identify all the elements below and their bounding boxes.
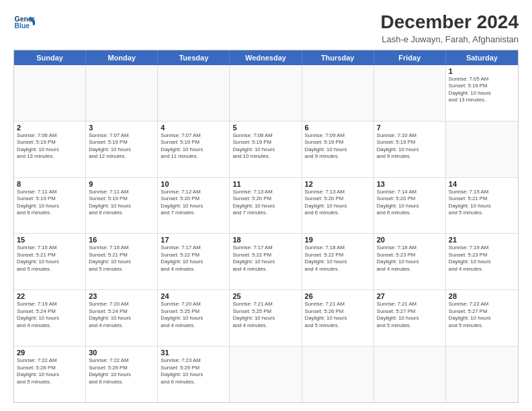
calendar-header: SundayMondayTuesdayWednesdayThursdayFrid… <box>14 50 518 65</box>
day-info: Sunrise: 7:17 AMSunset: 5:22 PMDaylight:… <box>161 244 226 273</box>
calendar-cell-8: 8Sunrise: 7:11 AMSunset: 5:19 PMDaylight… <box>14 178 86 234</box>
day-info: Sunrise: 7:11 AMSunset: 5:19 PMDaylight:… <box>17 189 83 217</box>
day-info: Sunrise: 7:13 AMSunset: 5:20 PMDaylight:… <box>305 189 371 217</box>
calendar-cell-23: 23Sunrise: 7:20 AMSunset: 5:24 PMDayligh… <box>86 290 158 346</box>
day-info: Sunrise: 7:21 AMSunset: 5:25 PMDaylight:… <box>232 301 298 329</box>
calendar-cell-21: 21Sunrise: 7:19 AMSunset: 5:23 PMDayligh… <box>446 234 518 289</box>
day-info: Sunrise: 7:06 AMSunset: 5:19 PMDaylight:… <box>17 132 83 161</box>
calendar-cell-1: 1Sunrise: 7:05 AMSunset: 5:19 PMDaylight… <box>446 65 518 121</box>
day-info: Sunrise: 7:21 AMSunset: 5:27 PMDaylight:… <box>377 301 443 329</box>
svg-text:Blue: Blue <box>15 22 30 30</box>
day-info: Sunrise: 7:22 AMSunset: 5:27 PMDaylight:… <box>449 301 515 329</box>
day-number: 3 <box>89 124 154 132</box>
day-number: 19 <box>305 236 371 244</box>
day-number: 10 <box>161 180 226 188</box>
day-number: 9 <box>89 180 154 188</box>
day-info: Sunrise: 7:10 AMSunset: 5:19 PMDaylight:… <box>377 132 443 161</box>
day-info: Sunrise: 7:15 AMSunset: 5:21 PMDaylight:… <box>449 189 515 217</box>
calendar-cell-empty <box>86 65 158 121</box>
calendar-cell-12: 12Sunrise: 7:13 AMSunset: 5:20 PMDayligh… <box>302 178 374 234</box>
calendar-cell-24: 24Sunrise: 7:20 AMSunset: 5:25 PMDayligh… <box>158 290 230 346</box>
day-info: Sunrise: 7:07 AMSunset: 5:19 PMDaylight:… <box>89 132 154 161</box>
day-number: 18 <box>232 236 298 244</box>
calendar-cell-28: 28Sunrise: 7:22 AMSunset: 5:27 PMDayligh… <box>446 290 518 346</box>
day-info: Sunrise: 7:08 AMSunset: 5:19 PMDaylight:… <box>232 132 298 161</box>
calendar-cell-7: 7Sunrise: 7:10 AMSunset: 5:19 PMDaylight… <box>374 122 446 177</box>
calendar-cell-19: 19Sunrise: 7:18 AMSunset: 5:22 PMDayligh… <box>302 234 374 289</box>
day-info: Sunrise: 7:16 AMSunset: 5:21 PMDaylight:… <box>89 244 154 273</box>
header: General Blue December 2024 Lash-e Juwayn… <box>13 12 519 44</box>
day-number: 15 <box>17 236 83 244</box>
calendar-cell-17: 17Sunrise: 7:17 AMSunset: 5:22 PMDayligh… <box>158 234 230 289</box>
day-info: Sunrise: 7:20 AMSunset: 5:24 PMDaylight:… <box>89 301 154 329</box>
day-number: 6 <box>305 124 371 132</box>
calendar-cell-empty <box>230 347 302 402</box>
calendar-cell-10: 10Sunrise: 7:12 AMSunset: 5:20 PMDayligh… <box>158 178 230 234</box>
day-info: Sunrise: 7:18 AMSunset: 5:23 PMDaylight:… <box>377 244 443 273</box>
weekday-header-friday: Friday <box>374 50 446 65</box>
calendar-cell-4: 4Sunrise: 7:07 AMSunset: 5:19 PMDaylight… <box>158 122 230 177</box>
day-number: 31 <box>161 349 226 357</box>
title-block: December 2024 Lash-e Juwayn, Farah, Afgh… <box>381 12 519 44</box>
calendar-cell-9: 9Sunrise: 7:11 AMSunset: 5:19 PMDaylight… <box>86 178 158 234</box>
weekday-header-saturday: Saturday <box>446 50 518 65</box>
day-info: Sunrise: 7:22 AMSunset: 5:29 PMDaylight:… <box>89 357 154 385</box>
day-info: Sunrise: 7:17 AMSunset: 5:22 PMDaylight:… <box>232 244 298 273</box>
day-info: Sunrise: 7:05 AMSunset: 5:19 PMDaylight:… <box>449 76 515 104</box>
day-number: 4 <box>161 124 226 132</box>
day-number: 27 <box>377 292 443 300</box>
weekday-header-tuesday: Tuesday <box>158 50 230 65</box>
calendar-cell-20: 20Sunrise: 7:18 AMSunset: 5:23 PMDayligh… <box>374 234 446 289</box>
day-info: Sunrise: 7:15 AMSunset: 5:21 PMDaylight:… <box>17 244 83 273</box>
calendar-cell-14: 14Sunrise: 7:15 AMSunset: 5:21 PMDayligh… <box>446 178 518 234</box>
day-number: 25 <box>232 292 298 300</box>
day-number: 1 <box>449 67 515 75</box>
weekday-header-monday: Monday <box>86 50 158 65</box>
calendar-cell-empty <box>230 65 302 121</box>
day-number: 16 <box>89 236 154 244</box>
calendar-cell-empty <box>302 347 374 402</box>
day-info: Sunrise: 7:18 AMSunset: 5:22 PMDaylight:… <box>305 244 371 273</box>
day-number: 23 <box>89 292 154 300</box>
calendar-cell-empty <box>446 347 518 402</box>
calendar-cell-empty <box>446 122 518 177</box>
calendar-cell-empty <box>302 65 374 121</box>
day-number: 2 <box>17 124 83 132</box>
page: General Blue December 2024 Lash-e Juwayn… <box>0 0 532 411</box>
day-info: Sunrise: 7:21 AMSunset: 5:26 PMDaylight:… <box>305 301 371 329</box>
day-info: Sunrise: 7:23 AMSunset: 5:29 PMDaylight:… <box>161 357 226 385</box>
calendar-cell-31: 31Sunrise: 7:23 AMSunset: 5:29 PMDayligh… <box>158 347 230 402</box>
calendar-cell-16: 16Sunrise: 7:16 AMSunset: 5:21 PMDayligh… <box>86 234 158 289</box>
day-info: Sunrise: 7:22 AMSunset: 5:28 PMDaylight:… <box>17 357 83 385</box>
calendar-body: 1Sunrise: 7:05 AMSunset: 5:19 PMDaylight… <box>14 65 518 402</box>
day-number: 14 <box>449 180 515 188</box>
calendar-row: 22Sunrise: 7:19 AMSunset: 5:24 PMDayligh… <box>14 289 518 346</box>
calendar-cell-5: 5Sunrise: 7:08 AMSunset: 5:19 PMDaylight… <box>230 122 302 177</box>
day-number: 21 <box>449 236 515 244</box>
day-info: Sunrise: 7:13 AMSunset: 5:20 PMDaylight:… <box>232 189 298 217</box>
weekday-header-wednesday: Wednesday <box>230 50 302 65</box>
day-number: 13 <box>377 180 443 188</box>
day-info: Sunrise: 7:09 AMSunset: 5:19 PMDaylight:… <box>305 132 371 161</box>
weekday-header-thursday: Thursday <box>302 50 374 65</box>
calendar-row: 2Sunrise: 7:06 AMSunset: 5:19 PMDaylight… <box>14 121 518 177</box>
calendar-cell-15: 15Sunrise: 7:15 AMSunset: 5:21 PMDayligh… <box>14 234 86 289</box>
day-info: Sunrise: 7:11 AMSunset: 5:19 PMDaylight:… <box>89 189 154 217</box>
day-info: Sunrise: 7:12 AMSunset: 5:20 PMDaylight:… <box>161 189 226 217</box>
day-info: Sunrise: 7:19 AMSunset: 5:23 PMDaylight:… <box>449 244 515 273</box>
day-number: 7 <box>377 124 443 132</box>
day-info: Sunrise: 7:14 AMSunset: 5:20 PMDaylight:… <box>377 189 443 217</box>
calendar-row: 8Sunrise: 7:11 AMSunset: 5:19 PMDaylight… <box>14 177 518 234</box>
day-number: 26 <box>305 292 371 300</box>
day-info: Sunrise: 7:20 AMSunset: 5:25 PMDaylight:… <box>161 301 226 329</box>
logo-icon: General Blue <box>13 12 35 34</box>
day-info: Sunrise: 7:19 AMSunset: 5:24 PMDaylight:… <box>17 301 83 329</box>
day-number: 30 <box>89 349 154 357</box>
day-info: Sunrise: 7:07 AMSunset: 5:19 PMDaylight:… <box>161 132 226 161</box>
calendar-row: 15Sunrise: 7:15 AMSunset: 5:21 PMDayligh… <box>14 233 518 289</box>
calendar-cell-empty <box>158 65 230 121</box>
calendar-cell-empty <box>374 65 446 121</box>
calendar-cell-25: 25Sunrise: 7:21 AMSunset: 5:25 PMDayligh… <box>230 290 302 346</box>
day-number: 24 <box>161 292 226 300</box>
calendar-cell-27: 27Sunrise: 7:21 AMSunset: 5:27 PMDayligh… <box>374 290 446 346</box>
